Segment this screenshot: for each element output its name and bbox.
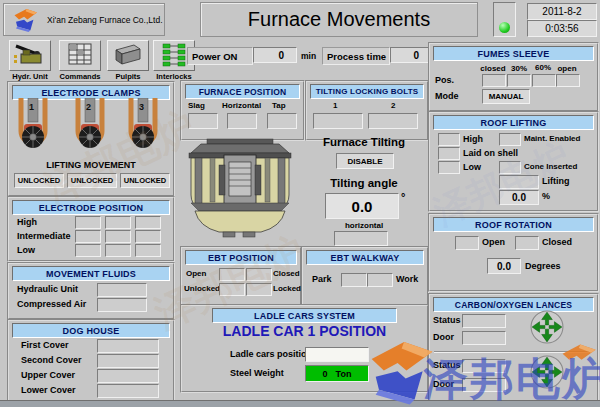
- indicator: [97, 339, 159, 353]
- commands-button[interactable]: Commands: [56, 40, 104, 81]
- lifting-value: 0.0: [499, 190, 539, 205]
- indicator: [219, 283, 245, 296]
- electrode-position-panel: ELECTRODE POSITION High Intermediate Low: [7, 196, 175, 262]
- tilting-locking-bolts-panel: TILTING LOCKING BOLTS 1 2: [305, 80, 429, 141]
- power-on-label: Power ON: [192, 51, 237, 62]
- indicator: [246, 283, 272, 296]
- lance1-direction-control[interactable]: [530, 310, 564, 348]
- indicator: [438, 147, 460, 160]
- steel-weight-unit: Ton: [336, 369, 352, 379]
- lance2-status-label: Status: [433, 360, 461, 370]
- indicator: [532, 74, 556, 87]
- tilting-disable-button[interactable]: DISABLE: [336, 153, 394, 169]
- roof-high-label: High: [463, 134, 483, 144]
- electrode-number: 3: [139, 102, 144, 112]
- work-label: Work: [396, 274, 418, 284]
- cone-inserted-label: Cone Inserted: [524, 162, 577, 171]
- pulpits-icon: [107, 40, 149, 71]
- electrode-number: 2: [86, 102, 91, 112]
- electrode-position-title: ELECTRODE POSITION: [12, 200, 170, 215]
- ladle-position-field[interactable]: [305, 347, 369, 362]
- horizontal-indicator: [334, 231, 388, 246]
- power-on-unit: min: [301, 51, 316, 61]
- furnace-position-panel: FURNACE POSITION Slag Horizontal Tap: [180, 80, 305, 141]
- indicator: [75, 244, 101, 257]
- pos-label: Pos.: [435, 75, 454, 85]
- hydr-unit-button[interactable]: Hydr. Unit: [6, 40, 54, 81]
- indicator: [499, 161, 521, 174]
- ladle-position-label: Ladle cars position: [230, 349, 312, 359]
- movement-fluids-panel: MOVEMENT FLUIDS Hydraulic Unit Compresse…: [7, 262, 175, 320]
- indicator: [367, 273, 393, 287]
- company-z-logo-icon: [10, 7, 40, 33]
- indicator: [188, 113, 218, 129]
- row-label: Low: [17, 245, 35, 255]
- hmi-screen: Xi'an Zebang Furnace Co.,Ltd. Furnace Mo…: [0, 0, 600, 407]
- row-label: Second Cover: [21, 355, 82, 365]
- ebt-position-panel: EBT POSITION Open Closed Unlocked Locked: [180, 246, 302, 307]
- indicator: [97, 384, 159, 398]
- lance1-door-label: Door: [433, 332, 454, 342]
- clamp3-unlocked-button[interactable]: UNLOCKED: [120, 173, 170, 188]
- indicator: [105, 244, 131, 257]
- park-label: Park: [312, 274, 332, 284]
- ladle-cars-title: LADLE CARS SYSTEM: [212, 308, 397, 323]
- time-display: 0:03:56: [527, 20, 597, 37]
- indicator: [341, 273, 367, 287]
- electrode-clamp-1: 1: [16, 98, 50, 159]
- indicator: [438, 161, 460, 174]
- movement-fluids-title: MOVEMENT FLUIDS: [12, 266, 170, 281]
- furnace-tilting-block: Furnace Tilting DISABLE Tilting angle 0.…: [303, 136, 425, 148]
- row-label: Intermediate: [17, 231, 71, 241]
- ebt-unlocked-label: Unlocked: [184, 284, 220, 293]
- indicator: [368, 113, 418, 129]
- ebt-locked-label: Locked: [273, 284, 301, 293]
- indicator: [455, 236, 479, 250]
- indicator: [515, 236, 539, 250]
- indicator: [75, 230, 101, 243]
- indicator: [507, 74, 531, 87]
- electrode-number: 1: [29, 102, 34, 112]
- lances-divider: [434, 351, 589, 353]
- roof-low-label: Low: [463, 162, 481, 172]
- col-label: open: [554, 64, 580, 73]
- lance2-door-label: Door: [433, 379, 454, 389]
- fumes-sleeve-title: FUMES SLEEVE: [433, 46, 594, 61]
- fumes-mode-manual-button[interactable]: MANUAL: [482, 89, 530, 104]
- dog-house-title: DOG HOUSE: [12, 323, 170, 338]
- col-label: 2: [391, 101, 395, 110]
- indicator: [135, 230, 161, 243]
- col-label: 1: [333, 101, 337, 110]
- date-display: 2011-8-2: [527, 3, 597, 20]
- power-on-value: 0: [253, 47, 297, 63]
- pulpits-button[interactable]: Pulpits: [104, 40, 152, 81]
- clamp2-unlocked-button[interactable]: UNLOCKED: [67, 173, 117, 188]
- col-label: Tap: [272, 101, 286, 110]
- ebt-closed-label: Closed: [273, 269, 300, 278]
- title-box: Furnace Movements: [200, 2, 478, 37]
- lifting-unit: %: [542, 191, 550, 201]
- commands-icon: [59, 40, 101, 71]
- row-label: Upper Cover: [21, 370, 75, 380]
- pulpits-label: Pulpits: [104, 72, 152, 81]
- lance2-direction-control[interactable]: [530, 355, 564, 393]
- row-label: High: [17, 217, 37, 227]
- ebt-walkway-title: EBT WALKWAY: [306, 250, 424, 265]
- tilting-angle-value: 0.0: [325, 193, 399, 219]
- indicator: [556, 74, 580, 87]
- indicator: [499, 175, 539, 189]
- roof-lifting-panel: ROOF LIFTING High Maint. Enabled Laid on…: [428, 111, 599, 212]
- indicator: [105, 230, 131, 243]
- indicator: [97, 369, 159, 383]
- tilting-angle-unit: °: [401, 191, 405, 203]
- process-time-label-box: Process time: [322, 47, 390, 65]
- power-on-label-box: Power ON: [187, 47, 253, 65]
- row-label: Lower Cover: [21, 385, 76, 395]
- indicator: [135, 216, 161, 229]
- roof-rotation-title: ROOF ROTATION: [433, 217, 594, 232]
- lance1-status-label: Status: [433, 315, 461, 325]
- power-status-light: [499, 22, 510, 33]
- clamp1-unlocked-button[interactable]: UNLOCKED: [14, 173, 64, 188]
- process-time-value: 0: [390, 47, 430, 63]
- col-label: Slag: [188, 101, 205, 110]
